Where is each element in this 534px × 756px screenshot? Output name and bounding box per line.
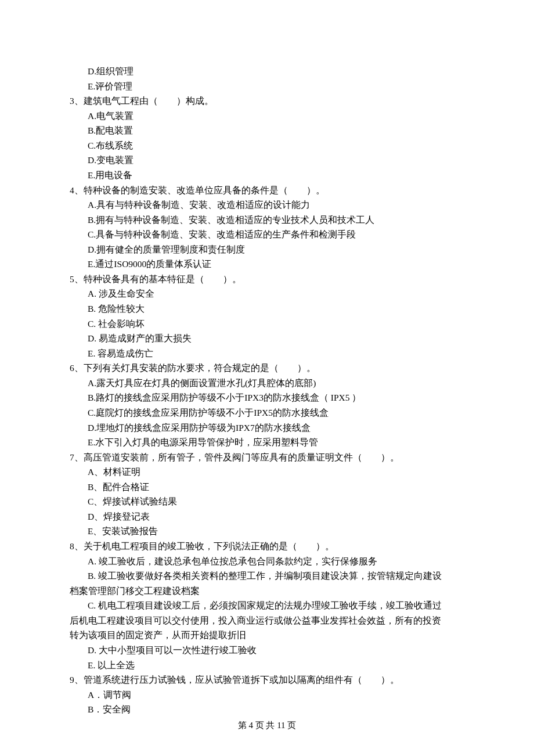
question-7-option-c: C、焊接试样试验结果 [70, 494, 464, 509]
question-8-option-c-line3: 转为该项目的固定资产，从而开始提取折旧 [70, 628, 464, 643]
question-9-stem: 9、管道系统进行压力试验钱，应从试验管道拆下或加以隔离的组件有（ ）。 [70, 672, 464, 687]
question-6-option-a: A.露天灯具应在灯具的侧面设置泄水孔(灯具腔体的底部) [70, 376, 464, 391]
page-footer: 第 4 页 共 11 页 [0, 718, 534, 733]
question-6-option-c: C.庭院灯的接线盒应采用防护等级不小于IPX5的防水接线盒 [70, 405, 464, 420]
question-4-option-c: C.具备与特种设备制造、安装、改造相适应的生产条件和检测手段 [70, 227, 464, 242]
question-8-option-c-line2: 后机电工程建设项目可以交付使用，投入商业运行或做公益事业发挥社会效益，所有的投资 [70, 613, 464, 628]
question-5-option-b: B. 危险性较大 [70, 301, 464, 316]
question-8-stem: 8、关于机电工程项目的竣工验收，下列说法正确的是（ ）。 [70, 539, 464, 554]
question-5-option-e: E. 容易造成伤亡 [70, 346, 464, 361]
question-3-option-d: D.变电装置 [70, 153, 464, 168]
question-4-option-d: D.拥有健全的质量管理制度和责任制度 [70, 242, 464, 257]
question-3-option-b: B.配电装置 [70, 123, 464, 138]
question-8-option-d: D. 大中小型项目可以一次性进行竣工验收 [70, 643, 464, 658]
question-8-option-c-line1: C. 机电工程项目建设竣工后，必须按国家规定的法规办理竣工验收手续，竣工验收通过 [70, 598, 464, 613]
question-7-option-b: B、配件合格证 [70, 480, 464, 495]
question-7-option-a: A、材料证明 [70, 465, 464, 480]
question-8-option-a: A. 竣工验收后，建设总承包单位按总承包合同条款约定，实行保修服务 [70, 554, 464, 569]
question-3-option-a: A.电气装置 [70, 109, 464, 124]
question-8-option-e: E. 以上全选 [70, 658, 464, 673]
question-5-option-d: D. 易造成财产的重大损失 [70, 331, 464, 346]
prelude-option-d: D.组织管理 [70, 64, 464, 79]
question-4-option-e: E.通过ISO9000的质量体系认证 [70, 257, 464, 272]
question-7-option-d: D、焊接登记表 [70, 509, 464, 524]
question-4-stem: 4、特种设备的制造安装、改造单位应具备的条件是（ ）。 [70, 183, 464, 198]
question-8-option-b-line2: 档案管理部门移交工程建设档案 [70, 584, 464, 599]
question-6-option-d: D.埋地灯的接线盒应采用防护等级为IPX7的防水接线盒 [70, 420, 464, 435]
question-8-option-b-line1: B. 竣工验收要做好各类相关资料的整理工作，并编制项目建设决算，按管辖规定向建设 [70, 568, 464, 584]
question-5-stem: 5、特种设备具有的基本特征是（ ）。 [70, 272, 464, 287]
prelude-option-e: E.评价管理 [70, 79, 464, 94]
question-9-option-a: A．调节阀 [70, 687, 464, 703]
question-7-option-e: E、安装试验报告 [70, 524, 464, 539]
question-4-option-a: A.具有与特种设备制造、安装、改造相适应的设计能力 [70, 197, 464, 213]
question-3-option-c: C.布线系统 [70, 138, 464, 153]
question-3-option-e: E.用电设备 [70, 168, 464, 183]
question-6-option-b: B.路灯的接线盒应采用防护等级不小于IPX3的防水接线盒（ IPX5 ） [70, 390, 464, 405]
document-page: D.组织管理 E.评价管理 3、建筑电气工程由（ ）构成。 A.电气装置 B.配… [0, 0, 534, 756]
question-7-stem: 7、高压管道安装前，所有管子，管件及阀门等应具有的质量证明文件（ ）。 [70, 450, 464, 465]
question-6-option-e: E.水下引入灯具的电源采用导管保护时，应采用塑料导管 [70, 435, 464, 450]
question-4-option-b: B.拥有与特种设备制造、安装、改造相适应的专业技术人员和技术工人 [70, 213, 464, 228]
question-3-stem: 3、建筑电气工程由（ ）构成。 [70, 93, 464, 109]
question-5-option-a: A. 涉及生命安全 [70, 286, 464, 301]
question-6-stem: 6、下列有关灯具安装的防水要求，符合规定的是（ ）。 [70, 361, 464, 376]
question-5-option-c: C. 社会影响坏 [70, 316, 464, 332]
question-9-option-b: B．安全阀 [70, 702, 464, 717]
